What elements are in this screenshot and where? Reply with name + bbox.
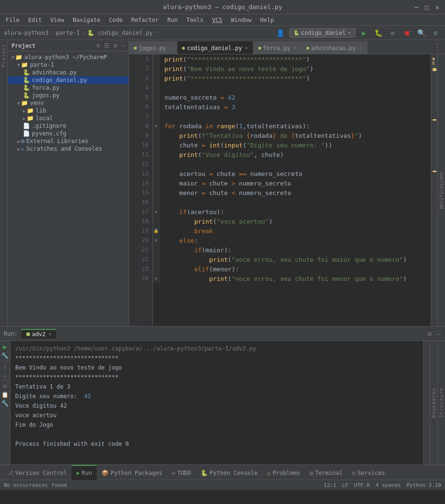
menu-window[interactable]: Window bbox=[227, 16, 255, 24]
menu-edit[interactable]: Edit bbox=[24, 16, 46, 24]
console-acertou: voce acertou bbox=[15, 411, 418, 420]
line-num-3: 3 bbox=[129, 73, 152, 83]
code-content[interactable]: ▼ ▼ 🔒 ▼ ▼ print("****** bbox=[153, 54, 431, 326]
code-line-7 bbox=[160, 112, 431, 121]
code-editor[interactable]: 1 2 3 4 5 6 7 8 9 10 11 12 13 14 15 16 1… bbox=[129, 54, 445, 326]
tree-item-venv[interactable]: ▼ 📁 venv bbox=[8, 99, 129, 107]
breadcrumb-file[interactable]: 🐍 codigo_daniel.py bbox=[87, 30, 153, 36]
close-tab-advinhacao[interactable]: ✕ bbox=[359, 45, 362, 51]
tree-item-jogos[interactable]: 🐍 jogos.py bbox=[8, 92, 129, 99]
menu-vcs[interactable]: VCS bbox=[208, 16, 226, 24]
run-button[interactable]: ▶ bbox=[358, 27, 370, 39]
notifications-strip[interactable]: Notifications bbox=[437, 54, 445, 326]
code-line-15: menor = chute < numero_secreto bbox=[160, 188, 431, 197]
tab-python-packages[interactable]: 📦 Python Packages bbox=[97, 465, 167, 480]
menu-tools[interactable]: Tools bbox=[182, 16, 207, 24]
run-scroll-up-icon[interactable]: ↑ bbox=[3, 363, 7, 370]
settings2-icon[interactable]: ⚙ bbox=[113, 42, 117, 49]
console-output[interactable]: /usr/bin/python3 /home/user.capybara/...… bbox=[10, 341, 423, 464]
breadcrumb: alura-python3 › parte-I › 🐍 codigo_danie… bbox=[4, 30, 153, 36]
lang-status[interactable]: Python 3.10 bbox=[406, 482, 441, 488]
menu-file[interactable]: File bbox=[2, 16, 23, 24]
tab-python-console[interactable]: 🐍 Python Console bbox=[196, 465, 263, 480]
charset-text: UTF-8 bbox=[354, 482, 370, 488]
run-play-icon[interactable]: ▶ bbox=[3, 343, 7, 350]
user-icon[interactable]: 👤 bbox=[275, 27, 286, 39]
tab-forca[interactable]: forca.py ✕ bbox=[253, 41, 302, 54]
position-status[interactable]: 12:1 bbox=[324, 482, 336, 488]
tree-item-parte1[interactable]: ▼ 📁 parte-I bbox=[8, 61, 129, 69]
line-num-14: 14 bbox=[129, 178, 152, 188]
tree-item-root[interactable]: ▼ 📁 alura-python3 ~/PycharmP bbox=[8, 53, 129, 61]
tree-item-codigo-daniel[interactable]: 🐍 codigo_daniel.py bbox=[8, 76, 129, 84]
console-fim: Fim do Jogo bbox=[15, 420, 418, 430]
menu-view[interactable]: View bbox=[47, 16, 68, 24]
tree-item-local[interactable]: ▶ 📁 local bbox=[8, 114, 129, 122]
tab-problems[interactable]: ⚠ Problems bbox=[263, 465, 305, 480]
menu-help[interactable]: Help bbox=[256, 16, 278, 24]
tab-todo[interactable]: ≡ TODO bbox=[167, 465, 196, 480]
run-wrench-icon[interactable]: 🔧 bbox=[1, 352, 9, 359]
list-icon[interactable]: ☰ bbox=[104, 42, 110, 49]
minimize-panel-icon[interactable]: — bbox=[121, 42, 125, 49]
breadcrumb-folder[interactable]: parte-I bbox=[56, 30, 80, 36]
tab-label-forca: forca.py bbox=[263, 45, 291, 51]
tree-label-jogos: jogos.py bbox=[32, 92, 60, 99]
tab-services[interactable]: ⚙ Services bbox=[347, 465, 390, 480]
coverage-button[interactable]: ♻ bbox=[387, 27, 398, 39]
line-ending-status[interactable]: LF bbox=[342, 482, 348, 488]
debug-button[interactable]: 🐛 bbox=[373, 27, 384, 39]
tree-item-gitignore[interactable]: 📄 .gitignore bbox=[8, 122, 129, 130]
search-everywhere-button[interactable]: 🔍 bbox=[415, 27, 427, 39]
run-config[interactable]: 🐍 codigo_daniel ▾ bbox=[289, 28, 355, 38]
scroll-track[interactable] bbox=[431, 67, 437, 326]
code-lines[interactable]: print("******************************") … bbox=[160, 54, 431, 283]
settings-button[interactable]: ⚙ bbox=[430, 27, 441, 39]
tab-run[interactable]: ▶ Run bbox=[71, 465, 97, 480]
run-copy-icon[interactable]: 📋 bbox=[1, 391, 9, 398]
indent-status[interactable]: 4 spaces bbox=[375, 482, 401, 488]
tree-item-scratches[interactable]: ▶ ✏ Scratches and Consoles bbox=[8, 145, 129, 153]
tab-terminal[interactable]: ▥ Terminal bbox=[305, 465, 347, 480]
tree-item-lib[interactable]: ▶ 📁 lib bbox=[8, 107, 129, 114]
close-tab-forca[interactable]: ✕ bbox=[293, 45, 296, 51]
sidebar-header: Project ⊕ ☰ ⚙ — bbox=[8, 40, 129, 51]
tree-item-pyvenv[interactable]: 📄 pyvenv.cfg bbox=[8, 130, 129, 137]
tabs-more-button[interactable]: ⋮ bbox=[430, 42, 445, 51]
add-icon[interactable]: ⊕ bbox=[97, 42, 101, 49]
project-strip[interactable]: Project bbox=[0, 40, 8, 326]
run-panel-close[interactable]: — bbox=[437, 330, 441, 338]
close-button[interactable]: ✕ bbox=[434, 3, 441, 11]
tab-codigo-daniel[interactable]: codigo_daniel.py ✕ bbox=[177, 41, 253, 54]
menu-refactor[interactable]: Refactor bbox=[127, 16, 162, 24]
editor-scrollbar[interactable]: ▲ 6 bbox=[431, 54, 437, 326]
breadcrumb-project[interactable]: alura-python3 bbox=[4, 30, 49, 36]
run-label: Run: bbox=[4, 330, 18, 337]
close-tab-jogos[interactable]: ✕ bbox=[169, 45, 172, 51]
tab-version-control[interactable]: ⎇ Version Control bbox=[2, 465, 71, 480]
charset-status[interactable]: UTF-8 bbox=[354, 482, 370, 488]
stop-button[interactable]: ⏹ bbox=[401, 27, 413, 39]
folder-icon: 📁 bbox=[21, 100, 28, 106]
menu-navigate[interactable]: Navigate bbox=[69, 16, 104, 24]
tab-jogos[interactable]: jogos.py ✕ bbox=[129, 41, 177, 54]
run-scroll-down-icon[interactable]: ↓ bbox=[3, 372, 7, 379]
minimize-button[interactable]: ─ bbox=[413, 3, 420, 11]
tree-item-advinhacao[interactable]: 🐍 advinhacao.py bbox=[8, 69, 129, 76]
close-run-tab[interactable]: ✕ bbox=[49, 331, 52, 337]
file-dot bbox=[258, 47, 261, 50]
run-filter-icon[interactable]: ⊟ bbox=[3, 383, 7, 390]
run-stop-icon[interactable]: 🔧 bbox=[1, 400, 9, 407]
tree-item-forca[interactable]: 🐍 forca.py bbox=[8, 84, 129, 92]
line-num-23: 23 bbox=[129, 264, 152, 274]
structure-strip[interactable]: Structure bbox=[437, 341, 445, 464]
run-settings-button[interactable]: ⚙ bbox=[427, 330, 431, 338]
menu-run[interactable]: Run bbox=[163, 16, 182, 24]
maximize-button[interactable]: □ bbox=[423, 3, 431, 11]
menu-code[interactable]: Code bbox=[105, 16, 127, 24]
tree-item-ext-libs[interactable]: ▶ ⊞ External Libraries bbox=[8, 137, 129, 145]
close-tab-codigo-daniel[interactable]: ✕ bbox=[245, 45, 248, 51]
tab-adv2[interactable]: adv2 ✕ bbox=[21, 329, 57, 339]
tab-advinhacao[interactable]: advinhacao.py ✕ bbox=[302, 41, 367, 54]
bookmarks-strip[interactable]: Bookmarks bbox=[430, 341, 437, 464]
